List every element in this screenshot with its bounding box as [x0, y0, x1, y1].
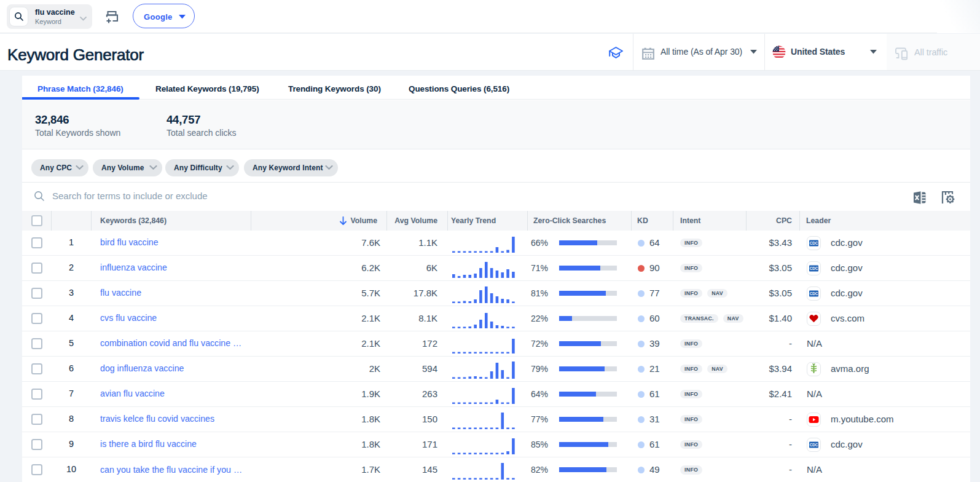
svg-text:CDC: CDC — [810, 266, 818, 271]
svg-text:CDC: CDC — [810, 291, 818, 296]
svg-text:CDC: CDC — [810, 241, 818, 245]
svg-text:CDC: CDC — [810, 443, 818, 447]
